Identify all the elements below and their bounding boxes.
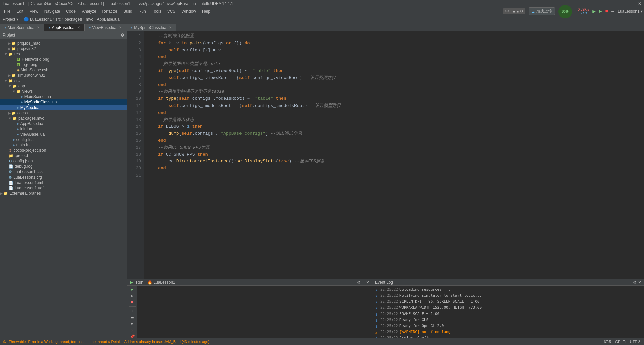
menu-edit[interactable]: Edit xyxy=(14,8,26,14)
tree-item-config-lua[interactable]: ●config.lua xyxy=(0,137,127,142)
run-panel-settings[interactable]: ⚙ xyxy=(357,280,361,285)
tab-appbase-close[interactable]: ✕ xyxy=(77,26,80,29)
run-filter-button[interactable]: ☰ xyxy=(129,315,136,320)
tree-item-LuaLesson1-ccs[interactable]: ⚙LuaLesson1.ccs xyxy=(0,169,127,175)
file-name: init.lua xyxy=(20,127,32,131)
menu-build[interactable]: Build xyxy=(121,8,135,14)
tree-item--project[interactable]: 📁.project xyxy=(0,153,127,158)
tab-myspriteclass[interactable]: ● MySpriteClass.lua ✕ xyxy=(126,24,176,31)
menu-view[interactable]: View xyxy=(27,8,41,14)
breadcrumb-src[interactable]: src xyxy=(56,17,61,22)
tab-viewbase[interactable]: ● ViewBase.lua ✕ xyxy=(85,24,126,31)
run-pin-button[interactable]: 📌 xyxy=(129,334,136,338)
tree-item-init-lua[interactable]: ●init.lua xyxy=(0,126,127,132)
tree-item-MyApp-lua[interactable]: ●MyApp.lua xyxy=(0,105,127,110)
menu-code[interactable]: Code xyxy=(63,8,78,14)
run-settings-button[interactable]: ⚙ xyxy=(129,322,136,327)
cursor-position[interactable]: 67:5 xyxy=(604,340,611,344)
tree-item-simulator-win32[interactable]: ▶ 📁simulator.win32 xyxy=(0,73,127,78)
breadcrumb-mvc[interactable]: mvc xyxy=(86,17,93,22)
upload-speed: ↑ 0.09K/s xyxy=(575,8,589,11)
run-tab-label[interactable]: Run xyxy=(136,280,143,285)
run-close-button[interactable]: ✕ xyxy=(129,328,136,333)
run-panel-close[interactable]: ✕ xyxy=(366,280,369,285)
tab-myspriteclass-close[interactable]: ✕ xyxy=(169,26,172,29)
menu-run[interactable]: Run xyxy=(136,8,149,14)
tree-item-AppBase-lua[interactable]: ●AppBase.lua xyxy=(0,121,127,126)
lua-icon-appbase: ● xyxy=(48,26,50,29)
code-area: 123456789101112131415161718192021 --复制传入… xyxy=(127,31,644,279)
tree-item-proj-win32[interactable]: ▶ 📁proj.win32 xyxy=(0,46,127,51)
sidebar-settings-icon[interactable]: ⚙ xyxy=(121,33,124,38)
tree-item-logo-png[interactable]: 🖼logo.png xyxy=(0,62,127,67)
tree-item-res[interactable]: ▼ 📁res xyxy=(0,51,127,57)
code-lines[interactable]: --复制传入的配置 for k, v in pairs(configs or {… xyxy=(144,31,644,279)
tab-viewbase-close[interactable]: ✕ xyxy=(119,26,122,29)
breadcrumb-packages[interactable]: packages xyxy=(65,17,82,22)
menu-refactor[interactable]: Refactor xyxy=(100,8,120,14)
tree-item-views[interactable]: ▼ 📁views xyxy=(0,89,127,94)
tree-item-LuaLesson1-iml[interactable]: 📄LuaLesson1.iml xyxy=(0,180,127,185)
editor-content[interactable]: 123456789101112131415161718192021 --复制传入… xyxy=(127,31,644,279)
code-line-21: end xyxy=(148,165,640,172)
menu-vcs[interactable]: VCS xyxy=(165,8,178,14)
breadcrumb-root[interactable]: 🔵 LuaLesson1 xyxy=(24,17,52,22)
tree-item-app[interactable]: ▼ 📁app xyxy=(0,83,127,89)
run-debug-icon[interactable]: ▶ xyxy=(599,8,602,14)
tab-mainscene[interactable]: ● MainScene.lua ✕ xyxy=(0,24,44,31)
run-session-label[interactable]: 🔥 LuaLesson1 xyxy=(147,280,175,285)
tree-item-debug-log[interactable]: 📄debug.log xyxy=(0,164,127,169)
breadcrumb-file[interactable]: AppBase.lua xyxy=(97,17,120,22)
tab-appbase[interactable]: ● AppBase.lua ✕ xyxy=(44,24,84,31)
menu-tools[interactable]: Tools xyxy=(149,8,164,14)
upload-button-area[interactable]: ☁ 拖拽上传 xyxy=(529,7,555,15)
tree-item-config-json[interactable]: ⚙config.json xyxy=(0,158,127,164)
tree-item-HelloWorld-png[interactable]: 🖼HelloWorld.png xyxy=(0,57,127,62)
more-icon[interactable]: ⋯ xyxy=(611,8,614,14)
project-selector[interactable]: LuaLesson1 ▾ xyxy=(618,9,643,14)
tab-appbase-label: AppBase.lua xyxy=(52,25,74,30)
tree-item-LuaLesson1-cfg[interactable]: ⚙LuaLesson1.cfg xyxy=(0,175,127,180)
menu-file[interactable]: File xyxy=(1,8,13,14)
tree-item--cocos-project-json[interactable]: {}.cocos-project.json xyxy=(0,148,127,153)
cloud-icon: ☁ xyxy=(532,8,534,14)
tree-item-packages-mvc[interactable]: ▼ 📁packages.mvc xyxy=(0,116,127,121)
line-ending[interactable]: CRLF: xyxy=(615,340,626,344)
stop-icon[interactable]: ■ xyxy=(605,9,608,14)
tree-item-src[interactable]: ▼ 📁src xyxy=(0,78,127,83)
log-text-6: Ready for OpenGL 2.0 xyxy=(399,324,444,328)
tree-item-MySpriteClass-lua[interactable]: ●MySpriteClass.lua xyxy=(0,99,127,105)
tree-item-MainScene-lua[interactable]: ●MainScene.lua xyxy=(0,94,127,99)
event-log-close[interactable]: ✕ xyxy=(638,280,641,285)
tab-mainscene-label: MainScene.lua xyxy=(8,25,34,30)
menu-analyze[interactable]: Analyze xyxy=(79,8,99,14)
event-log-label[interactable]: Event Log xyxy=(375,280,393,285)
tree-item-MainScene-csb[interactable]: ◈MainScene.csb xyxy=(0,67,127,73)
tree-item-main-lua[interactable]: ●main.lua xyxy=(0,142,127,148)
file-tree[interactable]: ▶ 📁proj.ios_mac▶ 📁proj.win32▼ 📁res🖼Hello… xyxy=(0,39,127,338)
tree-item-External Libraries[interactable]: ▶ 📁External Libraries xyxy=(0,191,127,196)
event-log-settings[interactable]: ⚙ xyxy=(633,280,637,285)
run-rerun-button[interactable]: ↻ xyxy=(129,293,136,298)
tree-item-proj-ios_mac[interactable]: ▶ 📁proj.ios_mac xyxy=(0,41,127,46)
tree-item-ViewBase-lua[interactable]: ●ViewBase.lua xyxy=(0,132,127,137)
log-icon-8: ℹ xyxy=(374,336,379,338)
run-icon[interactable]: ▶ xyxy=(592,8,596,15)
tree-item-LuaLesson1-udf[interactable]: 📄LuaLesson1.udf xyxy=(0,185,127,191)
encoding[interactable]: UTF-8: xyxy=(630,340,641,344)
file-icon: 📁 xyxy=(11,73,16,78)
menu-navigate[interactable]: Navigate xyxy=(42,8,63,14)
run-scroll-end-button[interactable]: ⬇ xyxy=(129,309,136,314)
toolbar-right: 中 · ■ ■ ⚙ ☁ 拖拽上传 60% ↑ 0.09K/s ↓ 1.2K/s … xyxy=(503,4,643,18)
tree-item-cocos[interactable]: ▶ 📁cocos xyxy=(0,110,127,116)
menu-help[interactable]: Help xyxy=(199,8,213,14)
file-name: MySpriteClass.lua xyxy=(24,100,57,105)
run-side-buttons: ▶ ↻ ■ ⬇ ☰ ⚙ ✕ 📌 xyxy=(127,286,137,338)
code-line-15: if DEBUG > 1 then xyxy=(148,123,640,130)
menu-window[interactable]: Window xyxy=(179,8,199,14)
tab-mainscene-close[interactable]: ✕ xyxy=(37,26,40,29)
code-line-19: if CC_SHOW_FPS then xyxy=(148,151,640,158)
line-number-18: 18 xyxy=(130,151,141,158)
run-stop-button[interactable]: ■ xyxy=(129,300,136,304)
run-play-button[interactable]: ▶ xyxy=(129,287,136,292)
